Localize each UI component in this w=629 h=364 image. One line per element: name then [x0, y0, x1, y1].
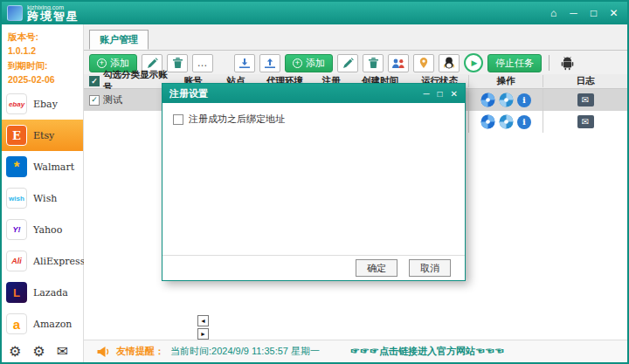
sidebar-item-ebay[interactable]: ebay Ebay [2, 88, 83, 120]
trash-icon [172, 57, 183, 69]
lazada-icon: L [6, 282, 27, 303]
scroll-arrows: ◄ ► [197, 315, 209, 340]
ebay-icon: ebay [6, 93, 27, 114]
system-gear-icon[interactable]: ⚙ [32, 343, 45, 360]
sidebar-item-label: Walmart [33, 161, 74, 173]
info-icon[interactable]: i [517, 93, 531, 107]
mail-icon[interactable]: ✉ [57, 343, 68, 360]
amazon-icon: a [6, 313, 27, 334]
browser-alt-icon[interactable] [499, 114, 514, 129]
dialog-minimize-icon[interactable]: ─ [423, 89, 429, 99]
export-button[interactable] [259, 54, 280, 72]
maximize-icon[interactable]: □ [585, 5, 602, 21]
sidebar-item-aliexpress[interactable]: Ali AliExpress [2, 245, 83, 277]
app-title: 跨境智星 [27, 10, 79, 23]
megaphone-icon [96, 346, 110, 358]
dialog-body: 注册成功之后绑定地址 [162, 103, 465, 255]
edit-task-button[interactable] [337, 54, 358, 72]
more-actions-button[interactable]: … [192, 54, 213, 72]
play-icon: ▶ [472, 58, 478, 67]
yahoo-icon: Y! [6, 219, 27, 240]
dialog-title: 注册设置 [169, 87, 208, 100]
plus-icon: + [97, 58, 107, 68]
add-task-button[interactable]: + 添加 [285, 54, 333, 72]
settings-gear-icon[interactable]: ⚙ [9, 343, 21, 360]
trash-icon [368, 57, 379, 69]
etsy-icon: E [6, 125, 27, 146]
current-time: 当前时间:2024/9/9 11:35:57 星期一 [170, 345, 320, 358]
row-account-name: 测试 [103, 93, 122, 106]
tab-account-management[interactable]: 账户管理 [89, 30, 149, 50]
sidebar-item-wish[interactable]: wish Wish [2, 182, 83, 214]
titlebar: kjzhixing.com 跨境智星 ⌂ ─ □ ✕ [2, 2, 627, 24]
bind-address-label: 注册成功之后绑定地址 [189, 113, 285, 126]
browser-icon[interactable] [480, 93, 495, 107]
plus-icon: + [293, 58, 302, 68]
export-icon [264, 58, 276, 69]
sidebar-item-etsy[interactable]: E Etsy [2, 120, 83, 151]
app-logo-text: kjzhixing.com 跨境智星 [27, 4, 79, 23]
official-site-link[interactable]: ☞☞☞点击链接进入官方网站☜☜☜ [350, 345, 504, 358]
close-icon[interactable]: ✕ [605, 5, 622, 21]
proxy-location-button[interactable] [413, 54, 434, 72]
minimize-icon[interactable]: ─ [565, 5, 582, 21]
scroll-right-icon[interactable]: ► [197, 328, 209, 340]
bind-address-option[interactable]: 注册成功之后绑定地址 [173, 113, 454, 126]
info-icon[interactable]: i [517, 115, 531, 129]
sidebar-tools: ⚙ ⚙ ✉ [9, 343, 68, 360]
window-controls: ⌂ ─ □ ✕ [545, 5, 622, 21]
version-value: 1.0.1.2 [8, 44, 77, 58]
stop-task-button[interactable]: 停止任务 [487, 54, 542, 72]
android-icon [560, 56, 575, 71]
browser-alt-icon[interactable] [499, 93, 514, 107]
cancel-button[interactable]: 取消 [409, 259, 451, 277]
delete-task-button[interactable] [363, 54, 384, 72]
reminder-label: 友情提醒： [116, 345, 164, 358]
column-header-operations: 操作 [468, 75, 543, 87]
sidebar: 版本号: 1.0.1.2 到期时间: 2025-02-06 ebay Ebay … [2, 24, 84, 362]
app-window: kjzhixing.com 跨境智星 ⌂ ─ □ ✕ 版本号: 1.0.1.2 … [0, 0, 629, 364]
sidebar-item-walmart[interactable]: * Walmart [2, 151, 83, 182]
tab-strip: 账户管理 [84, 24, 627, 51]
toolbar-divider [549, 55, 550, 71]
android-button[interactable] [556, 53, 577, 72]
version-info: 版本号: 1.0.1.2 到期时间: 2025-02-06 [2, 24, 83, 88]
users-icon [391, 58, 405, 69]
accounts-users-button[interactable] [388, 54, 409, 72]
dialog-titlebar[interactable]: 注册设置 ─ □ ✕ [162, 84, 465, 103]
sidebar-item-label: Etsy [33, 130, 54, 141]
home-icon[interactable]: ⌂ [545, 5, 562, 21]
main-area: 账户管理 + 添加 … + 添加 [84, 24, 627, 362]
dialog-window-controls: ─ □ ✕ [423, 89, 458, 99]
log-mail-icon[interactable]: ✉ [577, 93, 594, 106]
sidebar-item-lazada[interactable]: L Lazada [2, 277, 83, 308]
version-label: 版本号: [8, 30, 77, 44]
sidebar-item-label: Yahoo [33, 224, 62, 236]
location-pin-icon [418, 57, 429, 69]
sidebar-item-label: AliExpress [33, 256, 85, 267]
start-task-button[interactable]: ▶ [464, 53, 483, 72]
log-mail-icon[interactable]: ✉ [577, 115, 594, 128]
select-all-checkbox[interactable]: ✓ [89, 76, 100, 86]
row-checkbox[interactable]: ✓ [89, 95, 100, 106]
bind-address-checkbox[interactable] [173, 114, 183, 125]
expire-label: 到期时间: [8, 58, 77, 72]
sidebar-item-amazon[interactable]: a Amazon [2, 308, 83, 340]
pencil-icon [342, 58, 354, 69]
ok-button[interactable]: 确定 [356, 259, 397, 277]
dialog-close-icon[interactable]: ✕ [451, 89, 458, 99]
import-icon [238, 58, 251, 69]
qq-button[interactable] [439, 54, 460, 72]
sidebar-item-label: Lazada [33, 287, 68, 299]
sidebar-item-label: Ebay [33, 99, 58, 110]
pencil-icon [147, 58, 158, 69]
walmart-icon: * [6, 156, 27, 177]
browser-icon[interactable] [480, 114, 495, 129]
scroll-left-icon[interactable]: ◄ [197, 315, 209, 326]
dialog-maximize-icon[interactable]: □ [438, 89, 443, 99]
app-logo-icon [7, 5, 23, 21]
wish-icon: wish [6, 188, 27, 209]
sidebar-item-yahoo[interactable]: Y! Yahoo [2, 214, 83, 245]
sidebar-item-label: Wish [33, 193, 57, 204]
import-button[interactable] [234, 54, 255, 72]
